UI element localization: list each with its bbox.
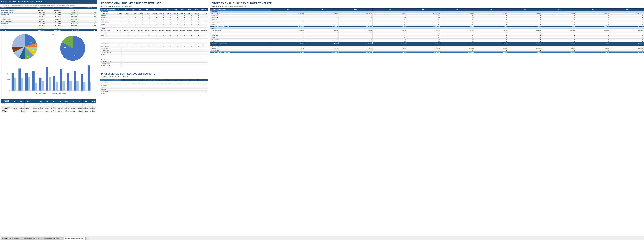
table-row: BENEFITS $ - <box>100 87 208 89</box>
table-row: OCCUPANCY $ 34,000.00 $ 10,200.00 $ 23,8… <box>0 23 97 25</box>
actual-title: PROFESSIONAL BUSINESS BUDGET TEMPLATE <box>100 71 208 76</box>
table-row: TOTAL EXPENSES $ 38,300.00 $ 47,600.00 $… <box>2 103 96 106</box>
svg-rect-61 <box>52 93 54 94</box>
table-row: BUSINESS INSURA... $ - <box>100 52 208 53</box>
expense-overview-col-sept: SEPT <box>63 100 70 103</box>
actual-th-aug: AUG <box>172 79 179 81</box>
var-th-feb: FEB <box>304 9 338 11</box>
svg-text:$30,000: $30,000 <box>7 73 10 74</box>
analysis-panel: PROFESSIONAL BUSINESS BUDGET TEMPLATE AN… <box>0 0 97 114</box>
actual-th-jan: JAN <box>121 79 128 81</box>
tab-budget[interactable]: Business Expense BUDGET <box>1 237 21 240</box>
table-row: INCREASES $ -$ -$ - $ -$ -$ - $ -$ -$ - … <box>210 33 644 35</box>
expense-overview-col-nov: NOV <box>76 100 82 103</box>
tab-analysis[interactable]: Business Expense ANALYSIS <box>63 237 85 240</box>
var-th-jan: JAN <box>271 9 304 11</box>
svg-text:$10,000: $10,000 <box>7 84 10 85</box>
table-row: EMPLOYMENT - PERMANEN $ 188,000.00 $ 203… <box>0 9 97 11</box>
svg-text:APR: APR <box>33 91 35 92</box>
table-row: INCREASES $ -$ -$ - $ -$ -$ - $ -$ -$ - … <box>100 17 208 18</box>
table-row: RECRUITMENT $ -$ -$ - $ -$ -$ - $ -$ -$ … <box>100 22 208 24</box>
budget-th-aug: AUG <box>165 9 172 11</box>
budget-th-jan: JAN <box>116 9 123 11</box>
pie-container-budget: 7% 7% 7% 7% 7% 8% 32% 11% <box>2 35 47 58</box>
table-row: INSURANCE $ -$ -$ - $ -$ -$ - $ -$ -$ - … <box>100 35 208 37</box>
actual-th-may: MAY <box>150 79 157 81</box>
tab-variances[interactable]: Business Expense VARIANCES <box>41 237 63 240</box>
svg-rect-44 <box>60 69 62 90</box>
var-total-permanent: TOTAL PERMANENT EMPLOYMENT $ (7,000.00) … <box>210 26 644 28</box>
analysis-col-budget: BUDGET <box>30 7 46 9</box>
budget-th-may: MAY <box>144 9 151 11</box>
tab-actual[interactable]: Business Expense ACTUAL <box>21 237 41 240</box>
budget-total-casual: TOTAL CASUAL $ 4,500.00$ 4,500.00$ 4,500… <box>100 37 208 39</box>
actual-th-feb: FEB <box>128 79 135 81</box>
svg-text:MAR: MAR <box>26 91 28 92</box>
svg-rect-51 <box>76 81 78 91</box>
svg-rect-27 <box>21 78 23 91</box>
svg-rect-33 <box>35 83 37 90</box>
table-row: BANKING FEES $ 300.00$ 300.00$ 300.00 $ … <box>100 44 208 46</box>
actual-th-dec: DEC <box>200 79 208 81</box>
analysis-subtitle: ANALYSIS <box>1 4 10 6</box>
var-th-label: VARIANCES - EMPLOYMENT <box>210 9 271 11</box>
table-row: OPERATIONS $ 34,000.00 $ 10,200.00 $ 23,… <box>0 16 97 18</box>
expense-overview-col-yr: YR TOTAL <box>89 100 96 103</box>
svg-text:# TOTAL EXPENSES: # TOTAL EXPENSES <box>38 93 46 94</box>
svg-text:72%: 72% <box>76 48 78 50</box>
table-row: OTHER $ - <box>100 53 208 55</box>
analysis-col-pct: % OF VARIANCE <box>78 7 97 9</box>
svg-rect-53 <box>81 74 83 90</box>
svg-text:8%: 8% <box>14 48 16 50</box>
budget-th-jun: JUN <box>151 9 158 11</box>
var-th-apr: APR <box>372 9 406 11</box>
var-total-casual: TOTAL CASUAL EMPLOYMENT $ 4,200.00 $ 3,1… <box>210 42 644 44</box>
svg-rect-24 <box>14 78 16 91</box>
svg-rect-45 <box>62 81 65 91</box>
actual-th-sept: SEPT <box>179 79 186 81</box>
budget-pie-svg: 7% 7% 7% 7% 7% 8% 32% 11% <box>12 34 38 60</box>
bar-chart-svg: $- $10,000 $20,000 $30,000 $40,000 JAN F… <box>3 65 94 94</box>
svg-text:7%: 7% <box>27 56 29 57</box>
table-row: OFFICE SUPPLIES $ - <box>100 48 208 50</box>
actual-th-mar: MAR <box>135 79 142 81</box>
analysis-col-category: CATEGORY <box>0 7 30 9</box>
budget-total-employment: TOTAL EMPLOYMENT $ 15,500.00$ 15,500.00$… <box>100 39 208 40</box>
table-row: CONSULT FEES $ -$ -$ - $ -$ -$ - $ -$ -$… <box>210 50 644 52</box>
table-row: LICENSE FEES $ - <box>100 50 208 52</box>
svg-rect-30 <box>28 77 30 90</box>
table-row: OTHER $ -$ -$ - $ -$ -$ - $ -$ -$ - $ -$… <box>210 40 644 42</box>
table-row: SALARIES/WAGES $ 22,000.00$ 22,000.00$ 2… <box>100 83 208 85</box>
table-row: CLEANING SERV... $ - <box>100 63 208 64</box>
table-row: INSURANCE $ - <box>100 89 208 90</box>
analysis-note: All calculations are performed automatic… <box>12 5 75 6</box>
svg-rect-56 <box>88 65 90 90</box>
budget-th-expenses: EXPENSES - EMPLOYMENT <box>100 9 116 11</box>
svg-text:AUG: AUG <box>60 91 62 92</box>
table-row: BONUS PAY $ -$ -$ - $ -$ -$ - $ -$ -$ - … <box>100 15 208 17</box>
svg-rect-50 <box>74 71 76 90</box>
svg-rect-47 <box>67 73 69 90</box>
svg-text:11%: 11% <box>30 42 32 43</box>
svg-text:OCT: OCT <box>74 91 76 92</box>
budget-th-jul: JUL <box>158 9 165 11</box>
svg-text:7%: 7% <box>34 45 36 46</box>
variances-title: PROFESSIONAL BUSINESS BUDGET TEMPLATE <box>210 0 644 6</box>
budget-employment-table: EXPENSES - EMPLOYMENT JAN FEB MAR APR MA… <box>100 9 208 68</box>
pie-container-actual: 72% 4% 3% 4% <box>50 36 95 60</box>
expense-overview-col-jun: JUN <box>44 100 50 103</box>
table-row: OTHER $ -$ -$ - $ -$ -$ - $ -$ -$ - $ -$… <box>100 24 208 26</box>
budget-th-sept: SEPT <box>172 9 179 11</box>
actual-section: PROFESSIONAL BUSINESS BUDGET TEMPLATE AC… <box>100 71 208 96</box>
table-row: GENERAL/ADMIN <box>100 42 208 44</box>
svg-text:JAN: JAN <box>12 91 14 92</box>
svg-text:32%: 32% <box>21 39 23 40</box>
svg-text:# TOTAL ACTUAL EXPENSES: # TOTAL ACTUAL EXPENSES <box>54 93 66 94</box>
expense-overview-col-aug: AUG <box>57 100 63 103</box>
table-row: OTHER $ -$ -$ - $ -$ -$ - $ -$ -$ - $ -$… <box>210 24 644 26</box>
table-row: EMPLOYMENT - CASUAL $ 54,000.00 $ 10,000… <box>0 11 97 14</box>
budget-ops-section: OPERATIONS <box>100 57 208 59</box>
svg-rect-29 <box>25 73 28 90</box>
svg-text:4%: 4% <box>69 41 70 43</box>
tab-add-button[interactable]: + <box>86 237 89 240</box>
